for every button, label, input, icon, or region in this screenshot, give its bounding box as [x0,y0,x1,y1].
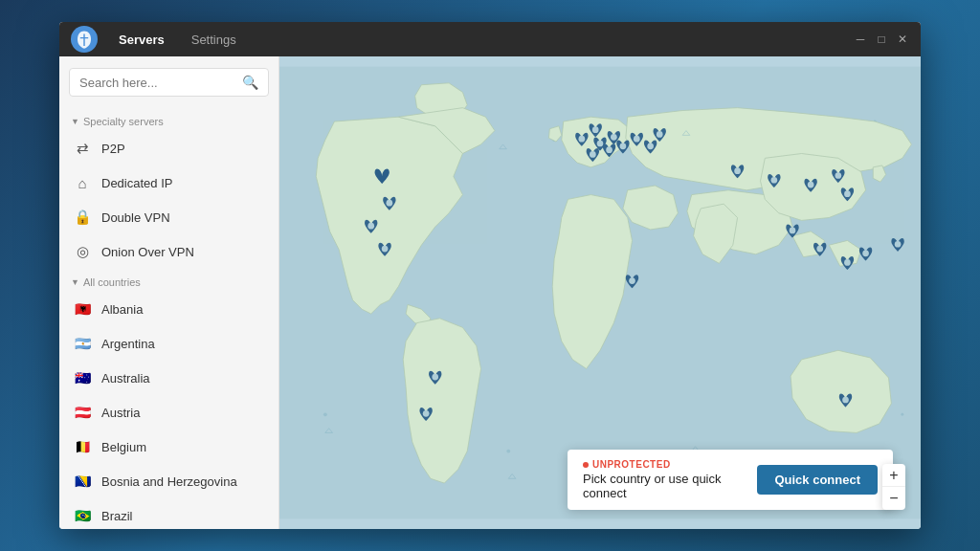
svg-point-36 [387,200,393,207]
countries-section-label: All countries [83,276,141,288]
svg-point-23 [590,151,596,158]
svg-point-17 [579,136,586,143]
nav-tabs: Servers Settings [107,29,854,51]
pick-country-label: Pick country or use quick connect [583,472,742,500]
svg-point-38 [382,246,389,253]
onion-vpn-icon: ◎ [73,242,92,261]
bosnia-flag: 🇧🇦 [73,472,92,491]
svg-point-33 [816,246,823,253]
belgium-label: Belgium [101,440,146,454]
sidebar-item-bosnia[interactable]: 🇧🇦 Bosnia and Herzegovina [59,464,278,498]
svg-point-29 [808,182,814,188]
app-window: Servers Settings ─ □ ✕ 🔍 ▼ Specialty ser… [59,22,921,529]
svg-point-16 [901,413,903,416]
status-dot [583,462,589,468]
svg-point-13 [506,450,510,453]
belgium-flag: 🇧🇪 [73,437,92,456]
window-controls: ─ □ ✕ [854,33,909,46]
albania-flag: 🇦🇱 [73,299,92,319]
sidebar: 🔍 ▼ Specialty servers ⇄ P2P ⌂ Dedicated … [59,56,279,529]
svg-point-19 [611,134,617,141]
double-vpn-icon: 🔒 [73,208,92,227]
sidebar-item-onion-over-vpn[interactable]: ◎ Onion Over VPN [59,234,278,269]
sidebar-item-argentina[interactable]: 🇦🇷 Argentina [59,326,278,361]
unprotected-status: UNPROTECTED [583,459,742,470]
zoom-out-button[interactable]: − [882,487,905,510]
zoom-in-button[interactable]: + [882,464,905,487]
status-text: UNPROTECTED Pick country or use quick co… [583,459,742,500]
albania-label: Albania [101,302,143,317]
svg-point-18 [597,141,604,147]
brazil-flag: 🇧🇷 [73,506,92,525]
austria-flag: 🇦🇹 [73,403,92,422]
tab-settings[interactable]: Settings [180,29,248,51]
svg-point-21 [606,146,612,153]
dedicated-ip-label: Dedicated IP [101,176,172,190]
austria-label: Austria [101,406,140,420]
bosnia-label: Bosnia and Herzegovina [101,474,237,489]
svg-point-35 [862,250,869,256]
p2p-label: P2P [101,142,125,156]
svg-point-43 [895,241,902,248]
svg-point-27 [734,167,741,174]
svg-point-32 [790,228,796,234]
svg-point-24 [634,136,640,143]
quick-connect-button[interactable]: Quick connect [757,465,878,495]
double-vpn-label: Double VPN [101,210,170,225]
svg-point-34 [844,259,851,266]
tab-servers[interactable]: Servers [107,29,176,51]
sidebar-item-double-vpn[interactable]: 🔒 Double VPN [59,200,278,234]
brazil-label: Brazil [101,509,133,523]
svg-point-28 [771,177,778,184]
svg-point-39 [432,374,438,381]
minimize-button[interactable]: ─ [854,33,867,46]
argentina-flag: 🇦🇷 [73,334,92,353]
sidebar-item-belgium[interactable]: 🇧🇪 Belgium [59,430,278,464]
search-icon: 🔍 [242,75,258,90]
sidebar-item-australia[interactable]: 🇦🇺 Australia [59,361,278,395]
search-bar[interactable]: 🔍 [69,68,269,97]
sidebar-item-dedicated-ip[interactable]: ⌂ Dedicated IP [59,165,278,200]
status-label: UNPROTECTED [592,459,671,470]
argentina-label: Argentina [101,337,155,351]
svg-point-37 [368,223,374,230]
sidebar-item-p2p[interactable]: ⇄ P2P [59,131,278,165]
app-logo [71,26,98,53]
maximize-button[interactable]: □ [875,33,888,46]
sidebar-item-austria[interactable]: 🇦🇹 Austria [59,395,278,430]
dedicated-ip-icon: ⌂ [73,173,92,192]
specialty-section-header: ▼ Specialty servers [59,108,278,131]
sidebar-item-albania[interactable]: 🇦🇱 Albania [59,292,278,326]
sidebar-item-brazil[interactable]: 🇧🇷 Brazil [59,498,278,529]
australia-label: Australia [101,371,150,386]
p2p-icon: ⇄ [73,139,92,158]
chevron-countries-icon: ▼ [71,277,79,287]
map-area[interactable]: UNPROTECTED Pick country or use quick co… [279,56,921,529]
onion-vpn-label: Onion Over VPN [101,245,194,259]
svg-point-22 [620,143,627,150]
svg-point-11 [323,412,327,416]
svg-point-31 [835,172,842,179]
chevron-icon: ▼ [71,117,79,126]
search-input[interactable] [79,76,242,90]
svg-point-20 [592,126,599,133]
status-bar: UNPROTECTED Pick country or use quick co… [568,450,893,510]
svg-point-26 [657,131,663,138]
countries-section-header: ▼ All countries [59,269,278,292]
sidebar-list: ▼ Specialty servers ⇄ P2P ⌂ Dedicated IP… [59,108,278,529]
svg-point-41 [842,397,849,404]
close-button[interactable]: ✕ [896,33,909,46]
svg-point-42 [629,277,635,284]
svg-point-30 [844,190,851,197]
main-content: 🔍 ▼ Specialty servers ⇄ P2P ⌂ Dedicated … [59,56,921,529]
titlebar: Servers Settings ─ □ ✕ [59,22,921,56]
zoom-controls: + − [882,464,905,510]
australia-flag: 🇦🇺 [73,368,92,387]
specialty-section-label: Specialty servers [83,116,164,127]
svg-point-25 [647,143,654,150]
svg-point-40 [423,410,430,417]
